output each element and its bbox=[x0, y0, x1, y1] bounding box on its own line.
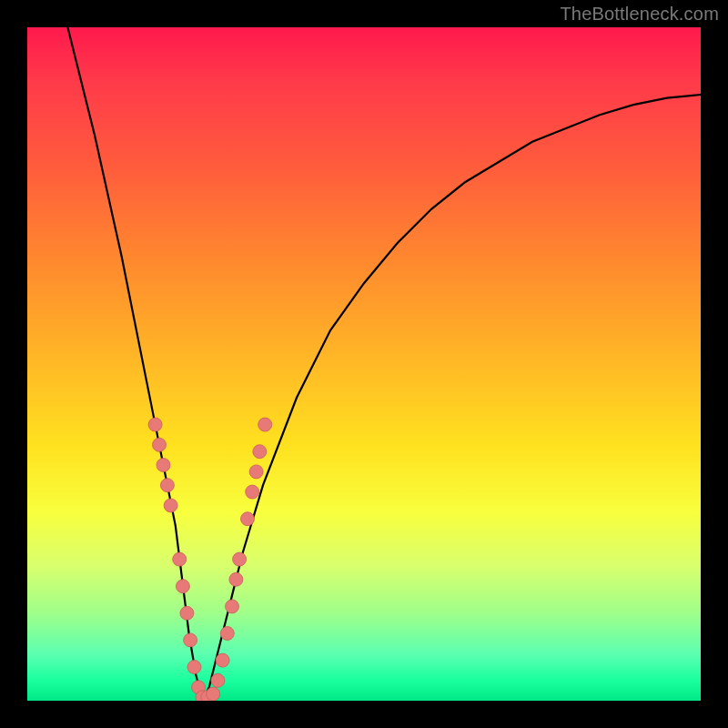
plot-area bbox=[27, 27, 701, 701]
scatter-dot bbox=[229, 572, 243, 586]
scatter-dot bbox=[157, 459, 170, 472]
scatter-dot bbox=[258, 418, 272, 431]
scatter-dot bbox=[184, 633, 197, 647]
scatter-dot bbox=[180, 606, 194, 620]
scatter-points bbox=[148, 418, 272, 701]
curve-layer bbox=[27, 27, 701, 701]
scatter-dot bbox=[216, 653, 229, 667]
scatter-dot bbox=[241, 512, 255, 526]
scatter-dot bbox=[173, 552, 187, 566]
scatter-dot bbox=[249, 465, 263, 479]
scatter-dot bbox=[211, 673, 225, 687]
scatter-dot bbox=[164, 499, 177, 512]
scatter-dot bbox=[187, 661, 201, 674]
scatter-dot bbox=[253, 445, 267, 459]
watermark-text: TheBottleneck.com bbox=[560, 4, 719, 25]
scatter-dot bbox=[207, 687, 220, 701]
scatter-dot bbox=[148, 418, 162, 431]
scatter-dot bbox=[176, 580, 189, 593]
chart-frame: TheBottleneck.com bbox=[0, 0, 728, 728]
bottleneck-curve bbox=[67, 27, 701, 701]
scatter-dot bbox=[226, 600, 239, 613]
scatter-dot bbox=[220, 627, 234, 641]
scatter-dot bbox=[153, 438, 167, 451]
scatter-dot bbox=[246, 485, 259, 499]
scatter-dot bbox=[233, 552, 247, 566]
scatter-dot bbox=[160, 479, 174, 492]
